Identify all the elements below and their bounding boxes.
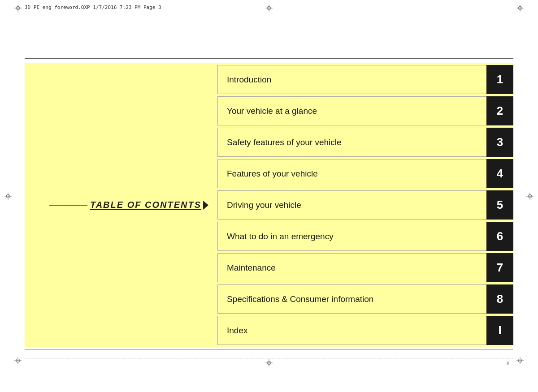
toc-entry-text-9: Index [217,316,486,345]
toc-row-7: Maintenance7 [217,253,513,282]
toc-entry-number-8: 8 [486,284,513,314]
toc-entry-text-7: Maintenance [217,253,486,282]
reg-mark-right [525,192,534,201]
corner-mark-tl [13,4,22,13]
toc-entry-number-7: 7 [486,253,513,282]
toc-entry-text-8: Specifications & Consumer information [217,284,486,314]
toc-entry-text-6: What to do in an emergency [217,222,486,251]
toc-row-6: What to do in an emergency6 [217,222,513,251]
toc-entry-number-6: 6 [486,222,513,251]
toc-row-2: Your vehicle at a glance2 [217,96,513,125]
toc-entry-text-2: Your vehicle at a glance [217,96,486,125]
toc-entry-number-4: 4 [486,159,513,188]
toc-entry-text-3: Safety features of your vehicle [217,128,486,157]
toc-right-panel: Introduction1Your vehicle at a glance2Sa… [217,63,513,347]
left-panel: TABLE OF CONTENTS [25,63,217,347]
toc-entry-text-4: Features of your vehicle [217,159,486,188]
corner-mark-bl [13,356,22,365]
toc-row-3: Safety features of your vehicle3 [217,128,513,157]
file-info: JD PE eng foreword.QXP 1/7/2016 7:23 PM … [25,4,161,10]
page-number: ii [507,361,509,366]
reg-mark-top [265,4,273,13]
main-content: TABLE OF CONTENTS Introduction1Your vehi… [25,63,513,347]
toc-row-1: Introduction1 [217,65,513,94]
toc-entry-text-5: Driving your vehicle [217,190,486,220]
toc-row-5: Driving your vehicle5 [217,190,513,220]
reg-mark-left [4,192,13,201]
corner-mark-br [516,356,525,365]
toc-entry-number-2: 2 [486,96,513,125]
reg-mark-bottom [265,358,273,367]
toc-label: TABLE OF CONTENTS [90,200,201,210]
toc-entry-text-1: Introduction [217,65,486,94]
toc-rows-container: Introduction1Your vehicle at a glance2Sa… [217,63,513,347]
top-rule [25,58,513,59]
toc-entry-number-1: 1 [486,65,513,94]
dashed-rule [25,358,513,358]
toc-entry-number-9: I [486,316,513,345]
toc-arrow-icon [203,201,208,210]
toc-row-4: Features of your vehicle4 [217,159,513,188]
bottom-rule [25,349,513,349]
corner-mark-tr [516,4,525,13]
toc-entry-number-3: 3 [486,128,513,157]
toc-row-8: Specifications & Consumer information8 [217,284,513,314]
toc-row-9: IndexI [217,316,513,345]
toc-entry-number-5: 5 [486,190,513,220]
